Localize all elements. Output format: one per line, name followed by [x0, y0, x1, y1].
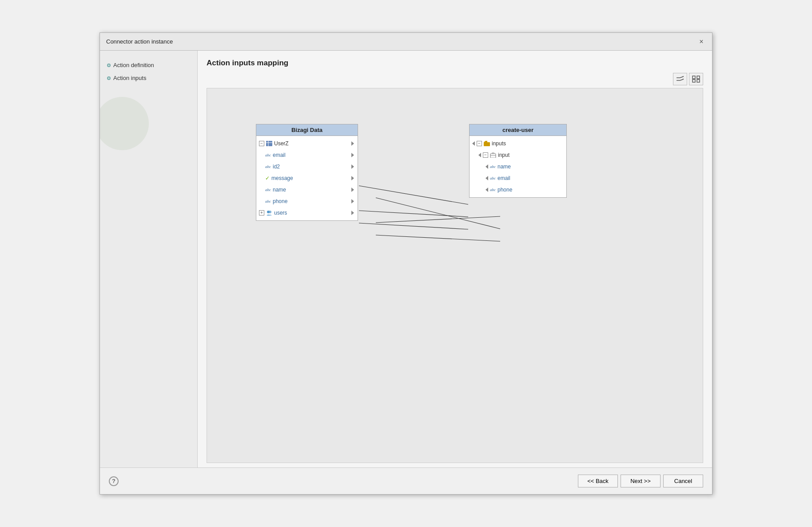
row-label: email: [273, 152, 350, 158]
row-label: inputs: [492, 140, 563, 147]
right-arrow-icon: [351, 176, 354, 180]
sidebar: Action definition Action inputs: [100, 51, 198, 467]
svg-rect-7: [697, 76, 700, 79]
layout-button[interactable]: [689, 73, 703, 85]
row-label: id2: [273, 164, 350, 170]
abc-icon: abc: [265, 153, 271, 157]
table-row: abc email: [256, 149, 358, 161]
row-label: input: [498, 152, 563, 158]
row-label: phone: [273, 198, 350, 204]
sidebar-item-label: Action inputs: [113, 75, 146, 81]
expand-icon[interactable]: −: [477, 141, 482, 146]
abc-icon: abc: [265, 188, 271, 192]
main-panel: Action inputs mapping: [198, 51, 712, 467]
table-row: abc phone: [470, 184, 566, 196]
toolbar: [207, 73, 703, 85]
right-arrow-icon: [351, 141, 354, 146]
expand-icon[interactable]: +: [259, 210, 264, 216]
left-arrow-icon: [472, 141, 475, 146]
right-table-header: create-user: [470, 124, 566, 136]
svg-rect-9: [697, 80, 700, 82]
help-button[interactable]: ?: [109, 476, 119, 486]
table-row: − input: [470, 149, 566, 161]
svg-rect-13: [266, 141, 272, 146]
left-table: Bizagi Data − UserZ: [256, 124, 358, 221]
row-label: message: [271, 175, 350, 181]
mapping-canvas: Bizagi Data − UserZ: [207, 88, 703, 463]
right-table-body: − inputs −: [470, 136, 566, 197]
table-row: abc id2: [256, 161, 358, 172]
row-label: phone: [498, 187, 563, 193]
bullet-icon: [107, 76, 111, 80]
left-table-header: Bizagi Data: [256, 124, 358, 136]
footer-left: ?: [109, 476, 119, 486]
expand-icon[interactable]: −: [259, 141, 264, 146]
layout-icon: [692, 75, 701, 83]
map-icon: [676, 75, 685, 83]
users-icon: [266, 210, 272, 216]
svg-line-21: [359, 186, 468, 204]
footer-buttons: << Back Next >> Cancel: [578, 475, 703, 487]
row-label: UserZ: [274, 140, 350, 147]
left-arrow-icon: [486, 188, 488, 192]
left-arrow-icon: [486, 176, 488, 180]
table-row: + users: [256, 207, 358, 219]
right-arrow-icon: [351, 188, 354, 192]
svg-line-12: [376, 235, 500, 241]
row-label: email: [498, 175, 563, 181]
sidebar-item-action-inputs[interactable]: Action inputs: [104, 72, 193, 84]
svg-line-22: [359, 211, 468, 217]
left-arrow-icon: [486, 164, 488, 169]
check-icon: ✓: [265, 175, 270, 181]
sidebar-decoration: [104, 92, 162, 137]
left-arrow-icon: [478, 153, 481, 157]
expand-icon[interactable]: −: [483, 152, 488, 158]
table-data-icon: [266, 141, 272, 146]
content-area: Action definition Action inputs Action i…: [100, 51, 712, 467]
table-row: abc email: [470, 172, 566, 184]
abc-icon: abc: [265, 164, 271, 169]
folder-icon: [484, 141, 490, 146]
page-title: Action inputs mapping: [207, 59, 703, 68]
right-table: create-user − inputs: [469, 124, 567, 198]
svg-rect-8: [693, 80, 695, 82]
mapping-inner: Bizagi Data − UserZ: [207, 88, 703, 463]
right-arrow-icon: [351, 164, 354, 169]
table-row: − inputs: [470, 138, 566, 149]
svg-point-17: [269, 211, 271, 213]
row-label: users: [274, 210, 350, 216]
bullet-icon: [107, 64, 111, 67]
back-button[interactable]: << Back: [578, 475, 618, 487]
svg-rect-6: [693, 76, 695, 79]
table-row: abc phone: [256, 196, 358, 207]
row-label: name: [498, 164, 563, 170]
table-row: abc name: [470, 161, 566, 172]
sidebar-item-action-definition[interactable]: Action definition: [104, 60, 193, 71]
next-button[interactable]: Next >>: [621, 475, 661, 487]
row-label: name: [273, 187, 350, 193]
cancel-button[interactable]: Cancel: [663, 475, 703, 487]
title-bar: Connector action instance ×: [100, 33, 712, 51]
abc-icon: abc: [490, 176, 496, 180]
abc-icon: abc: [490, 188, 496, 192]
svg-line-10: [376, 198, 500, 229]
table-row: − UserZ: [256, 138, 358, 149]
right-arrow-icon: [351, 199, 354, 204]
svg-rect-18: [484, 142, 490, 146]
sidebar-item-label: Action definition: [113, 62, 154, 68]
sidebar-decor-circle: [100, 97, 149, 150]
left-table-body: − UserZ abc: [256, 136, 358, 220]
footer: ? << Back Next >> Cancel: [100, 467, 712, 494]
dialog: Connector action instance × Action defin…: [100, 32, 712, 495]
dialog-title: Connector action instance: [106, 38, 173, 45]
briefcase-icon: [490, 152, 496, 158]
svg-line-11: [376, 216, 500, 223]
table-row: abc name: [256, 184, 358, 196]
svg-line-23: [359, 223, 468, 229]
abc-icon: abc: [265, 199, 271, 204]
right-arrow-icon: [351, 211, 354, 215]
right-arrow-icon: [351, 153, 354, 157]
table-row: ✓ message: [256, 172, 358, 184]
close-button[interactable]: ×: [697, 37, 706, 46]
map-view-button[interactable]: [673, 73, 687, 85]
